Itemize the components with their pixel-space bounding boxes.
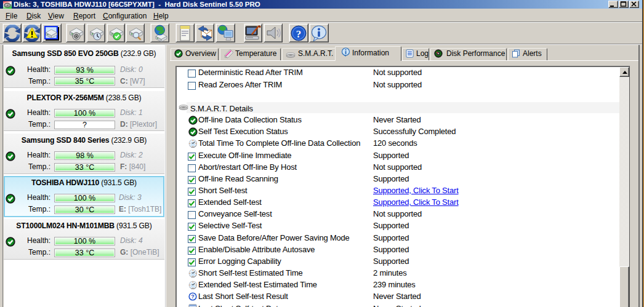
svg-text:?: ?	[296, 28, 302, 39]
svg-text:?: ?	[191, 293, 194, 300]
